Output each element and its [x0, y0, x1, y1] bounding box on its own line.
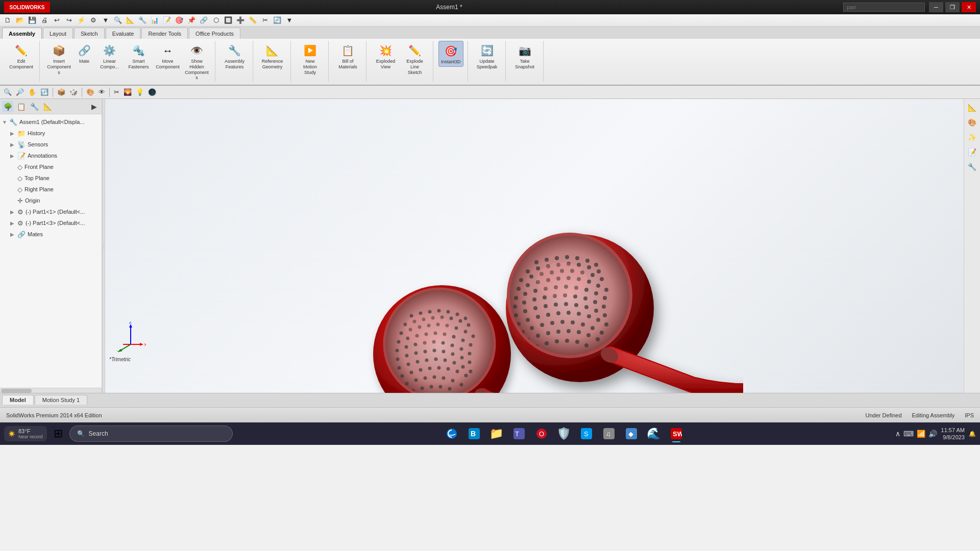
volume-icon[interactable]: 🔊: [928, 430, 937, 438]
display-manager-button[interactable]: 📐: [966, 101, 979, 114]
save-button[interactable]: 💾: [27, 15, 38, 26]
panel-expand-button[interactable]: ▶: [88, 101, 100, 112]
taskbar-files-button[interactable]: 📁: [487, 424, 506, 443]
realview-button[interactable]: 💡: [134, 87, 145, 97]
qa-btn4[interactable]: 📊: [149, 15, 160, 26]
open-button[interactable]: 📂: [14, 15, 26, 26]
wifi-icon[interactable]: 📶: [917, 430, 925, 438]
tree-item-history[interactable]: ▶ 📁 History: [0, 128, 102, 139]
smart-fasteners-button[interactable]: 🔩 Smart Fasteners: [125, 41, 153, 71]
move-component-button[interactable]: ↔️ Move Component: [154, 41, 182, 71]
customize-button[interactable]: ▼: [100, 15, 111, 26]
scrollbar-thumb[interactable]: [1, 389, 32, 393]
property-manager-button[interactable]: 📋: [15, 101, 27, 112]
display-style-button[interactable]: 🎨: [85, 87, 96, 97]
undo-button[interactable]: ↩: [51, 15, 62, 26]
tab-assembly[interactable]: Assembly: [2, 28, 42, 39]
custom-props-button[interactable]: 📝: [966, 145, 979, 159]
sw-resources-button[interactable]: 🔧: [966, 160, 979, 173]
taskbar-edge-button[interactable]: [442, 424, 461, 443]
taskbar-store-button[interactable]: S: [577, 424, 596, 443]
tree-root[interactable]: ▼ 🔧 Assem1 (Default<Displa...: [0, 116, 102, 128]
tray-expand-icon[interactable]: ∧: [895, 430, 900, 438]
qa-btn2[interactable]: 📐: [125, 15, 136, 26]
start-button[interactable]: ⊞: [49, 424, 67, 443]
qa-btn9[interactable]: ⬡: [210, 15, 222, 26]
bill-of-materials-button[interactable]: 📋 Bill of Materials: [334, 41, 362, 71]
tree-item-part1-1[interactable]: ▶ ⚙ (-) Part1<1> (Default<...: [0, 206, 102, 217]
appearances-button[interactable]: ✨: [966, 131, 979, 144]
qa-btn1[interactable]: 🔍: [112, 15, 124, 26]
new-button[interactable]: 🗋: [2, 15, 13, 26]
tree-item-sensors[interactable]: ▶ 📡 Sensors: [0, 139, 102, 150]
taskbar-security-button[interactable]: 🛡️: [554, 424, 574, 443]
tab-model[interactable]: Model: [2, 395, 34, 405]
qa-btn14[interactable]: 🔄: [272, 15, 283, 26]
shadows-button[interactable]: 🌑: [146, 87, 158, 97]
taskbar-app3-button[interactable]: 🌊: [644, 424, 664, 443]
taskbar-teams-button[interactable]: T: [509, 424, 529, 443]
explode-line-button[interactable]: ✏️ Explode Line Sketch: [401, 41, 429, 77]
print-button[interactable]: 🖨: [39, 15, 50, 26]
show-hidden-button[interactable]: 👁️ Show Hidden Components: [183, 41, 211, 82]
zoom-in-button[interactable]: 🔎: [14, 87, 26, 97]
tree-item-annotations[interactable]: ▶ 📝 Annotations: [0, 150, 102, 161]
tree-item-right-plane[interactable]: ◇ Right Plane: [0, 184, 102, 195]
tree-item-front-plane[interactable]: ◇ Front Plane: [0, 161, 102, 172]
taskbar-bing-button[interactable]: B: [464, 424, 484, 443]
clock-display[interactable]: 11:57 AM 9/8/2023: [941, 427, 965, 441]
tree-item-mates[interactable]: ▶ 🔗 Mates: [0, 229, 102, 240]
taskbar-opera-button[interactable]: O: [532, 424, 551, 443]
rotate-view-button[interactable]: 🔃: [39, 87, 50, 97]
tab-sketch[interactable]: Sketch: [74, 28, 105, 39]
taskbar-solidworks-button[interactable]: SW: [667, 424, 686, 443]
tab-layout[interactable]: Layout: [43, 28, 73, 39]
taskbar-app2-button[interactable]: ◆: [622, 424, 641, 443]
options-button[interactable]: ⚙: [88, 15, 99, 26]
title-search-input[interactable]: [843, 3, 925, 12]
view-palette-button[interactable]: 🎨: [966, 116, 979, 129]
standard-views-button[interactable]: 📦: [56, 87, 67, 97]
qa-btn7[interactable]: 📌: [186, 15, 197, 26]
rebuild-button[interactable]: ⚡: [76, 15, 87, 26]
zoom-to-fit-button[interactable]: 🔍: [2, 87, 13, 97]
linear-component-button[interactable]: ⚙️ Linear Compo...: [95, 41, 124, 71]
qa-btn3[interactable]: 🔧: [137, 15, 148, 26]
qa-btn8[interactable]: 🔗: [198, 15, 209, 26]
redo-button[interactable]: ↪: [63, 15, 75, 26]
taskbar-search-box[interactable]: 🔍 Search: [69, 425, 233, 442]
restore-button[interactable]: ❐: [945, 2, 960, 12]
tab-office[interactable]: Office Products: [189, 28, 240, 39]
feature-tree-button[interactable]: 🌳: [2, 101, 13, 112]
close-button[interactable]: ✕: [962, 2, 976, 12]
minimize-button[interactable]: ─: [929, 2, 943, 12]
tab-motion-study[interactable]: Motion Study 1: [35, 395, 87, 405]
mate-button[interactable]: 🔗 Mate: [74, 41, 94, 66]
tab-evaluate[interactable]: Evaluate: [106, 28, 141, 39]
3d-viewport[interactable]: Z X Y *Trimetric: [105, 99, 964, 393]
new-motion-study-button[interactable]: ▶️ New Motion Study: [296, 41, 324, 77]
update-speedpak-button[interactable]: 🔄 Update Speedpak: [473, 41, 501, 71]
section-view-button[interactable]: ✂: [112, 87, 121, 97]
assembly-features-button[interactable]: 🔧 Assembly Features: [220, 41, 249, 71]
qa-overflow[interactable]: ▼: [284, 15, 295, 26]
edit-component-button[interactable]: ✏️ Edit Component: [7, 41, 35, 71]
instant3d-button[interactable]: 🎯 Instant3D: [438, 41, 463, 67]
taskbar-app1-button[interactable]: ♫: [599, 424, 619, 443]
qa-btn6[interactable]: 🎯: [174, 15, 185, 26]
notification-icon[interactable]: 🔔: [969, 431, 976, 437]
tree-item-origin[interactable]: ✛ Origin: [0, 195, 102, 206]
qa-btn5[interactable]: 📝: [161, 15, 173, 26]
reference-geometry-button[interactable]: 📐 Reference Geometry: [258, 41, 286, 71]
qa-btn11[interactable]: ➕: [235, 15, 246, 26]
scene-button[interactable]: 🌄: [122, 87, 133, 97]
qa-btn12[interactable]: 📏: [247, 15, 258, 26]
exploded-view-button[interactable]: 💥 Exploded View: [372, 41, 400, 71]
view-orientation-button[interactable]: 🎲: [68, 87, 79, 97]
horizontal-scrollbar[interactable]: [0, 388, 102, 393]
hide-show-button[interactable]: 👁: [97, 87, 107, 97]
take-snapshot-button[interactable]: 📷 Take Snapshot: [511, 41, 539, 71]
tree-item-top-plane[interactable]: ◇ Top Plane: [0, 172, 102, 184]
dim-expert-button[interactable]: 📐: [42, 101, 53, 112]
pan-view-button[interactable]: ✋: [27, 87, 38, 97]
